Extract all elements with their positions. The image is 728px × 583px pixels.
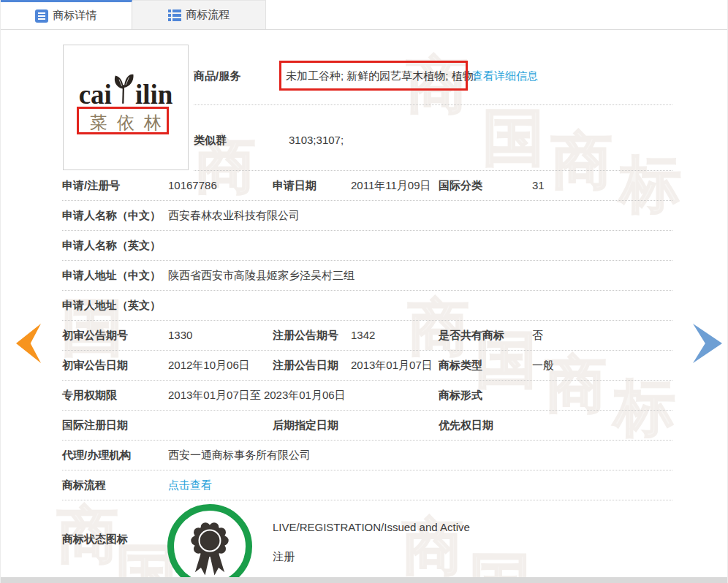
horizontal-scrollbar[interactable] xyxy=(0,577,728,583)
status-text-cn: 注册 xyxy=(273,550,295,564)
field-label: 优先权日期 xyxy=(439,411,493,440)
field-label: 申请人地址（中文） xyxy=(62,261,161,290)
field-label: 申请人名称（英文） xyxy=(62,231,161,260)
field-value: 31 xyxy=(532,171,545,200)
list-icon xyxy=(168,9,181,22)
field-value: 2012年10月06日 xyxy=(168,351,250,380)
view-process-link[interactable]: 点击查看 xyxy=(168,470,212,500)
table-row: 代理/办理机构 西安一通商标事务所有限公司 xyxy=(62,441,672,470)
tab-trademark-process[interactable]: 商标流程 xyxy=(132,0,266,29)
field-value: 西安春林农业科技有限公司 xyxy=(168,201,300,230)
status-row: 商标状态图标 LIVE/REG xyxy=(62,500,672,583)
field-value: 西安一通商标事务所有限公司 xyxy=(168,441,311,470)
status-text-en: LIVE/REGISTRATION/Issued and Active xyxy=(273,521,470,533)
table-row: 申请人名称（英文） xyxy=(62,231,672,261)
detail-rows: 申请/注册号 10167786 申请日期 2011年11月09日 国际分类 31… xyxy=(62,171,672,583)
field-value: 一般 xyxy=(532,351,554,380)
registration-badge-icon xyxy=(167,504,252,583)
field-label: 申请人名称（中文） xyxy=(62,201,161,230)
table-row: 申请/注册号 10167786 申请日期 2011年11月09日 国际分类 31 xyxy=(62,171,672,201)
goods-services-label: 商品/服务 xyxy=(194,61,240,91)
field-label: 国际分类 xyxy=(439,171,482,200)
view-details-link[interactable]: 查看详细信息 xyxy=(472,61,538,91)
field-label: 是否共有商标 xyxy=(439,321,504,350)
table-row: 初审公告日期 2012年10月06日 注册公告日期 2013年01月07日 商标… xyxy=(62,351,672,381)
field-label: 商标形式 xyxy=(439,381,482,410)
field-value: 否 xyxy=(532,321,543,350)
similar-group-label: 类似群 xyxy=(194,125,227,155)
field-label: 代理/办理机构 xyxy=(62,441,131,470)
table-row: 申请人名称（中文） 西安春林农业科技有限公司 xyxy=(62,201,672,231)
field-label: 商标类型 xyxy=(439,351,482,380)
trademark-image: cai ilin 菜依林 xyxy=(63,45,189,170)
document-lines-icon xyxy=(35,9,48,23)
field-label: 申请人地址（英文） xyxy=(62,291,161,320)
table-row: 初审公告期号 1330 注册公告期号 1342 是否共有商标 否 xyxy=(62,321,672,351)
tab-trademark-details[interactable]: 商标详情 xyxy=(0,0,132,29)
tree-leaves-icon xyxy=(113,73,134,111)
field-value: 陕西省西安市高陵县姬家乡泾吴村三组 xyxy=(168,261,354,290)
field-label: 申请日期 xyxy=(273,171,316,200)
table-row: 专用权期限 2013年01月07日至 2023年01月06日 商标形式 xyxy=(62,381,672,411)
field-label: 初审公告日期 xyxy=(62,351,128,380)
field-label: 商标流程 xyxy=(62,470,106,500)
trademark-chinese-text: 菜依林 xyxy=(64,111,188,134)
field-label: 初审公告期号 xyxy=(62,321,128,350)
field-value: 1342 xyxy=(351,321,375,350)
field-value: 2013年01月07日至 2023年01月06日 xyxy=(168,381,346,410)
field-value: 2011年11月09日 xyxy=(351,171,431,200)
divider xyxy=(194,104,672,105)
table-row: 商标流程 点击查看 xyxy=(62,470,672,500)
status-icon-label: 商标状态图标 xyxy=(62,533,128,546)
field-label: 注册公告期号 xyxy=(273,321,338,350)
field-value: 10167786 xyxy=(168,171,217,200)
goods-services-value: 未加工谷种; 新鲜的园艺草木植物; 植物; xyxy=(286,61,477,91)
tab-label: 商标流程 xyxy=(186,8,230,22)
field-label: 注册公告日期 xyxy=(273,351,338,380)
trademark-detail-panel: cai ilin 菜依林 商品/服务 未加工谷种; 新鲜的园艺草木植物; 植物;… xyxy=(0,30,728,577)
tab-bar: 商标详情 商标流程 xyxy=(0,0,728,30)
logo-text-right: ilin xyxy=(135,81,172,108)
field-label: 申请/注册号 xyxy=(62,171,120,200)
table-row: 国际注册日期 后期指定日期 优先权日期 xyxy=(62,411,672,441)
field-label: 后期指定日期 xyxy=(273,411,338,440)
tab-label: 商标详情 xyxy=(53,9,97,23)
field-value: 1330 xyxy=(168,321,192,350)
table-row: 申请人地址（中文） 陕西省西安市高陵县姬家乡泾吴村三组 xyxy=(62,261,672,291)
trademark-latin-text: cai ilin xyxy=(64,73,188,108)
field-label: 专用权期限 xyxy=(62,381,117,410)
table-row: 申请人地址（英文） xyxy=(62,291,672,321)
field-label: 国际注册日期 xyxy=(62,411,128,440)
logo-text-left: cai xyxy=(79,81,112,108)
field-value: 2013年01月07日 xyxy=(351,351,433,380)
similar-group-value: 3103;3107; xyxy=(289,125,344,155)
